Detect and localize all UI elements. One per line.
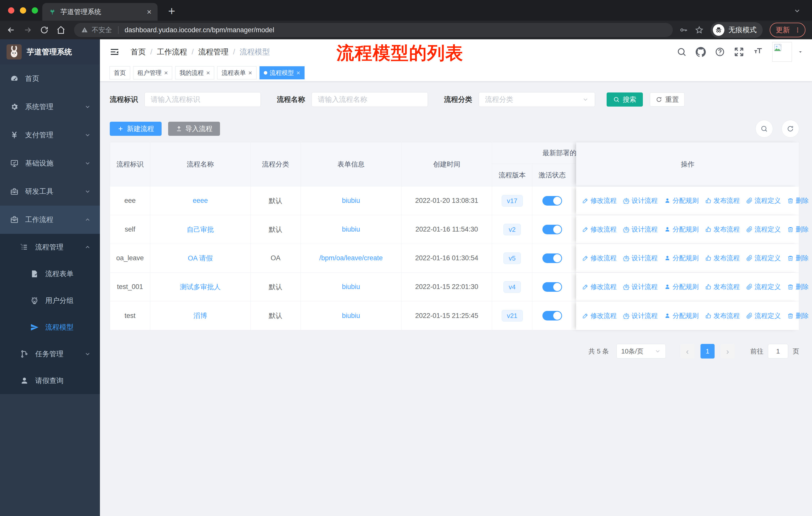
page-1-button[interactable]: 1: [700, 344, 715, 358]
sidebar-item-任务管理[interactable]: 任务管理: [0, 341, 100, 368]
cell-form-link[interactable]: biubiu: [301, 273, 402, 301]
prev-page-button[interactable]: ‹: [680, 344, 694, 358]
refresh-icon[interactable]: [782, 120, 799, 138]
cell-process-name-link[interactable]: OA 请假: [150, 244, 251, 272]
action-修改流程[interactable]: 修改流程: [582, 282, 617, 291]
action-修改流程[interactable]: 修改流程: [582, 254, 617, 263]
browser-update-chip[interactable]: 更新: [770, 23, 806, 37]
cell-process-name-link[interactable]: 自己审批: [150, 215, 251, 244]
tag-close-icon[interactable]: ×: [296, 70, 300, 76]
process-name-input[interactable]: 请输入流程名称: [312, 92, 428, 107]
sidebar-item-流程管理[interactable]: 流程管理: [0, 234, 100, 261]
sidebar-item-研发工具[interactable]: 研发工具: [0, 178, 100, 206]
sidebar-item-支付管理[interactable]: 支付管理: [0, 121, 100, 149]
create-process-button[interactable]: 新建流程: [110, 122, 162, 136]
action-设计流程[interactable]: 设计流程: [623, 254, 658, 263]
action-分配规则[interactable]: 分配规则: [664, 196, 699, 205]
tag-流程模型[interactable]: 流程模型×: [260, 66, 304, 79]
search-icon[interactable]: [676, 47, 687, 57]
help-icon[interactable]: [715, 47, 725, 57]
action-流程定义[interactable]: 流程定义: [746, 254, 781, 263]
not-secure-icon[interactable]: [81, 26, 88, 33]
action-删除[interactable]: 删除: [787, 311, 809, 320]
action-发布流程[interactable]: 发布流程: [705, 254, 740, 263]
action-设计流程[interactable]: 设计流程: [623, 225, 658, 234]
show-search-toggle-icon[interactable]: [755, 120, 773, 138]
cell-form-link[interactable]: biubiu: [301, 215, 402, 244]
sidebar-item-流程模型[interactable]: 流程模型: [0, 314, 100, 341]
active-toggle[interactable]: [543, 225, 562, 234]
bookmark-star-icon[interactable]: [695, 26, 703, 34]
action-流程定义[interactable]: 流程定义: [746, 196, 781, 205]
action-发布流程[interactable]: 发布流程: [705, 196, 740, 205]
action-设计流程[interactable]: 设计流程: [623, 196, 658, 205]
sidebar-fold-icon[interactable]: [110, 47, 120, 57]
search-button[interactable]: 搜索: [607, 92, 643, 107]
password-key-icon[interactable]: [679, 26, 688, 34]
security-label[interactable]: 不安全: [92, 25, 112, 34]
browser-menu-icon[interactable]: [794, 27, 801, 33]
zoom-window-button[interactable]: [32, 7, 38, 13]
tag-close-icon[interactable]: ×: [248, 70, 252, 76]
home-icon[interactable]: [56, 25, 65, 34]
browser-tab[interactable]: 芋道管理系统 ×: [42, 3, 157, 21]
url-bar[interactable]: 不安全 dashboard.yudao.iocoder.cn/bpm/manag…: [74, 23, 673, 37]
font-size-icon[interactable]: [753, 47, 763, 57]
active-toggle[interactable]: [543, 253, 562, 263]
page-size-select[interactable]: 10条/页: [616, 344, 666, 358]
action-分配规则[interactable]: 分配规则: [664, 311, 699, 320]
action-删除[interactable]: 删除: [787, 282, 809, 291]
reset-button[interactable]: 重置: [650, 92, 685, 107]
action-发布流程[interactable]: 发布流程: [705, 311, 740, 320]
update-label[interactable]: 更新: [776, 25, 790, 35]
minimize-window-button[interactable]: [20, 7, 26, 13]
github-icon[interactable]: [696, 47, 706, 57]
action-分配规则[interactable]: 分配规则: [664, 225, 699, 234]
process-key-input[interactable]: 请输入流程标识: [144, 92, 261, 107]
breadcrumb-item-首页[interactable]: 首页: [130, 47, 146, 57]
cell-form-link[interactable]: /bpm/oa/leave/create: [301, 244, 402, 272]
cell-process-name-link[interactable]: eeee: [150, 186, 251, 215]
category-select[interactable]: 流程分类: [479, 92, 595, 107]
cell-form-link[interactable]: biubiu: [301, 186, 402, 215]
cell-process-name-link[interactable]: 滔博: [150, 301, 251, 330]
close-window-button[interactable]: [8, 7, 14, 13]
action-发布流程[interactable]: 发布流程: [705, 282, 740, 291]
tab-close-icon[interactable]: ×: [147, 8, 151, 16]
avatar-caret-icon[interactable]: [798, 49, 804, 55]
reload-icon[interactable]: [40, 25, 49, 34]
action-流程定义[interactable]: 流程定义: [746, 225, 781, 234]
action-设计流程[interactable]: 设计流程: [623, 311, 658, 320]
forward-icon[interactable]: [23, 25, 32, 34]
action-修改流程[interactable]: 修改流程: [582, 196, 617, 205]
tab-search-caret-icon[interactable]: [793, 7, 801, 15]
new-tab-button[interactable]: +: [164, 4, 179, 18]
active-toggle[interactable]: [543, 196, 562, 206]
sidebar-item-基础设施[interactable]: 基础设施: [0, 149, 100, 178]
action-删除[interactable]: 删除: [787, 225, 809, 234]
action-删除[interactable]: 删除: [787, 254, 809, 263]
action-删除[interactable]: 删除: [787, 196, 809, 205]
action-流程定义[interactable]: 流程定义: [746, 282, 781, 291]
sidebar-item-首页[interactable]: 首页: [0, 64, 100, 93]
action-发布流程[interactable]: 发布流程: [705, 225, 740, 234]
tag-close-icon[interactable]: ×: [206, 70, 210, 76]
next-page-button[interactable]: ›: [721, 344, 735, 358]
sidebar-item-工作流程[interactable]: 工作流程: [0, 206, 100, 234]
tag-close-icon[interactable]: ×: [164, 70, 168, 76]
action-修改流程[interactable]: 修改流程: [582, 311, 617, 320]
action-分配规则[interactable]: 分配规则: [664, 254, 699, 263]
breadcrumb-item-流程管理[interactable]: 流程管理: [198, 47, 229, 57]
app-logo-row[interactable]: 芋道管理系统: [0, 39, 100, 64]
cell-form-link[interactable]: biubiu: [301, 301, 402, 330]
cell-process-name-link[interactable]: 测试多审批人: [150, 273, 251, 301]
sidebar-item-流程表单[interactable]: 流程表单: [0, 261, 100, 287]
avatar[interactable]: [772, 42, 792, 62]
goto-page-input[interactable]: 1: [768, 344, 788, 358]
tag-租户管理[interactable]: 租户管理×: [133, 66, 172, 79]
window-controls[interactable]: [0, 7, 38, 13]
sidebar-item-用户分组[interactable]: 用户分组: [0, 287, 100, 314]
fullscreen-icon[interactable]: [734, 47, 744, 57]
action-流程定义[interactable]: 流程定义: [746, 311, 781, 320]
import-process-button[interactable]: 导入流程: [168, 122, 220, 136]
